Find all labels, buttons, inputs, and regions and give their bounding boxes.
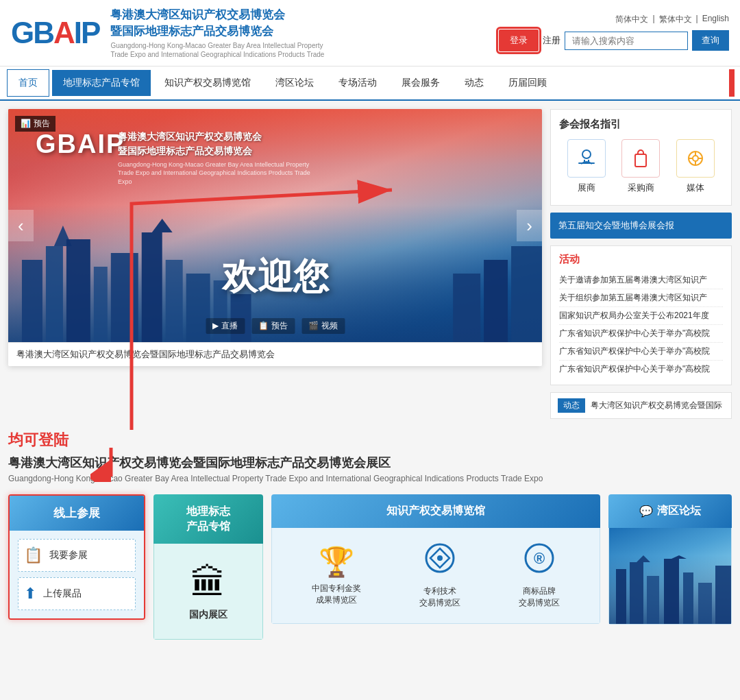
navbar: 首页 地理标志产品专馆 知识产权交易博览馆 湾区论坛 专场活动 展会服务 动态 …: [0, 67, 740, 101]
nav-item-activities[interactable]: 专场活动: [328, 70, 388, 96]
bay-forum-card: 💬 湾区论坛: [608, 494, 732, 625]
exhibitor-icon: [567, 139, 606, 178]
svg-rect-4: [94, 267, 108, 342]
video-control[interactable]: 🎬 视频: [301, 318, 345, 334]
register-link[interactable]: 注册: [543, 34, 560, 47]
header-right: 简体中文 | 繁体中文 | English 登录 注册 查询: [499, 14, 729, 51]
upload-item[interactable]: ⬆ 上传展品: [18, 577, 136, 610]
patent-gold-item[interactable]: 🏆 中国专利金奖成果博览区: [312, 545, 361, 606]
carousel-controls: ▶ 直播 📋 预告 🎬 视频: [206, 318, 345, 334]
video-icon: 🎬: [308, 321, 319, 330]
exhibitor-label: 展商: [578, 182, 595, 194]
carousel-slide: GBAIP 粤港澳大湾区知识产权交易博览会暨国际地理标志产品交易博览会 Guan…: [8, 109, 542, 342]
svg-rect-6: [142, 232, 162, 342]
svg-marker-36: [637, 555, 650, 562]
activity-item-5[interactable]: 广东省知识产权保护中心关于举办"高校院: [559, 343, 723, 361]
preview-control[interactable]: 📋 预告: [251, 318, 295, 334]
expo-cards-row: 线上参展 📋 我要参展 ⬆ 上传展品 地理标志 产品专馆 🏛 国内展区: [8, 494, 732, 640]
svg-rect-41: [698, 583, 712, 624]
activities-header: 活动: [559, 253, 723, 266]
svg-rect-3: [66, 239, 90, 342]
svg-marker-7: [152, 219, 173, 232]
participate-label: 我要参展: [49, 549, 88, 562]
nav-item-geo[interactable]: 地理标志产品专馆: [52, 70, 151, 96]
activity-item-4[interactable]: 广东省知识产权保护中心关于举办"高校院: [559, 325, 723, 343]
logo[interactable]: GBAIP: [11, 18, 99, 48]
participate-item[interactable]: 📋 我要参展: [18, 539, 136, 572]
carousel-welcome-text: 欢迎您: [222, 253, 329, 301]
carousel-prev-button[interactable]: ‹: [8, 210, 34, 241]
nav-item-history[interactable]: 历届回顾: [497, 70, 558, 96]
bottom-section: 均可登陆 粤港澳大湾区知识产权交易博览会暨国际地理标志产品交易博览会展区 Gua…: [0, 419, 740, 649]
nav-item-home[interactable]: 首页: [7, 69, 49, 97]
reg-cards: 展商 采购商 媒体: [559, 139, 723, 194]
carousel-caption: 粤港澳大湾区知识产权交易博览会暨国际地理标志产品交易博览会: [8, 342, 542, 366]
svg-rect-19: [635, 154, 646, 167]
trademark-item[interactable]: ® 商标品牌交易博览区: [519, 542, 560, 609]
lang-bar: 简体中文 | 繁体中文 | English: [615, 14, 729, 25]
patent-tech-item[interactable]: 专利技术交易博览区: [419, 542, 460, 609]
svg-point-21: [693, 156, 698, 161]
svg-point-15: [582, 150, 591, 158]
activity-item-1[interactable]: 关于邀请参加第五届粤港澳大湾区知识产: [559, 271, 723, 289]
buyer-card[interactable]: 采购商: [621, 139, 660, 194]
nav-item-forum[interactable]: 湾区论坛: [264, 70, 325, 96]
media-label: 媒体: [687, 182, 704, 194]
svg-rect-14: [511, 246, 542, 342]
geo-domestic-label[interactable]: 国内展区: [189, 609, 227, 621]
header: GBAIP 粤港澳大湾区知识产权交易博览会 暨国际地理标志产品交易博览会 Gua…: [0, 0, 740, 67]
geo-building-icon: 🏛: [190, 562, 226, 603]
reg-section: 参会报名指引 展商 采购商: [550, 109, 732, 206]
lang-english[interactable]: English: [702, 14, 729, 25]
login-button[interactable]: 登录: [499, 29, 539, 51]
upload-icon: ⬆: [24, 585, 36, 603]
svg-rect-16: [578, 162, 595, 164]
participate-icon: 📋: [24, 546, 42, 564]
media-card[interactable]: 媒体: [676, 139, 715, 194]
search-input[interactable]: [565, 32, 688, 50]
online-expo-body: 📋 我要参展 ⬆ 上传展品: [10, 531, 144, 618]
activity-item-2[interactable]: 关于组织参加第五届粤港澳大湾区知识产: [559, 289, 723, 307]
ip-expo-card: 知识产权交易博览馆 🏆 中国专利金奖成果博览区 专利技术交易博览区 ® 商标: [271, 494, 600, 624]
geo-product-header: 地理标志 产品专馆: [153, 494, 263, 544]
main-content: GBAIP 粤港澳大湾区知识产权交易博览会暨国际地理标志产品交易博览会 Guan…: [0, 101, 740, 419]
buyer-icon: [621, 139, 660, 178]
svg-rect-17: [584, 160, 585, 162]
nav-item-services[interactable]: 展会服务: [391, 70, 451, 96]
svg-rect-13: [484, 260, 508, 342]
search-button[interactable]: 查询: [692, 30, 729, 51]
geo-product-body: 🏛 国内展区: [153, 544, 263, 640]
carousel-badge: 📊 预告: [15, 116, 56, 132]
reg-title: 参会报名指引: [559, 118, 723, 131]
activity-item-6[interactable]: 广东省知识产权保护中心关于举办"高校院: [559, 361, 723, 378]
svg-rect-34: [616, 569, 626, 624]
svg-marker-39: [671, 555, 687, 559]
news-text[interactable]: 粤大湾区知识产权交易博览会暨国际: [591, 400, 722, 411]
lang-simplified[interactable]: 简体中文: [615, 14, 648, 25]
ip-expo-header: 知识产权交易博览馆: [271, 494, 600, 528]
svg-rect-42: [715, 566, 731, 624]
geo-product-card: 地理标志 产品专馆 🏛 国内展区: [153, 494, 263, 640]
carousel-next-button[interactable]: ›: [517, 210, 542, 241]
registered-icon: ®: [523, 542, 556, 581]
svg-rect-35: [630, 562, 643, 624]
svg-rect-8: [166, 260, 183, 342]
down-arrow: [90, 448, 132, 482]
chart-icon: 📊: [21, 119, 31, 128]
exhibitor-card[interactable]: 展商: [567, 139, 606, 194]
fifth-banner[interactable]: 第五届知交会暨地博会展会报: [550, 213, 732, 239]
lang-traditional[interactable]: 繁体中文: [659, 14, 692, 25]
svg-rect-12: [453, 274, 480, 342]
carousel: GBAIP 粤港澳大湾区知识产权交易博览会暨国际地理标志产品交易博览会 Guan…: [8, 109, 542, 366]
live-control[interactable]: ▶ 直播: [206, 318, 245, 334]
carousel-gbaip-label: GBAIP: [36, 130, 125, 158]
bay-forum-body: [608, 528, 732, 625]
nav-item-news[interactable]: 动态: [454, 70, 495, 96]
preview-icon: 📋: [258, 321, 269, 330]
svg-rect-37: [647, 576, 659, 624]
activity-item-3[interactable]: 国家知识产权局办公室关于公布2021年度: [559, 307, 723, 325]
nav-item-ip[interactable]: 知识产权交易博览馆: [153, 70, 262, 96]
activities-section: 活动 关于邀请参加第五届粤港澳大湾区知识产 关于组织参加第五届粤港澳大湾区知识产…: [550, 245, 732, 385]
svg-rect-18: [588, 160, 589, 162]
site-title-en: Guangdong-Hong Kong-Macao Greater Bay Ar…: [110, 41, 499, 59]
